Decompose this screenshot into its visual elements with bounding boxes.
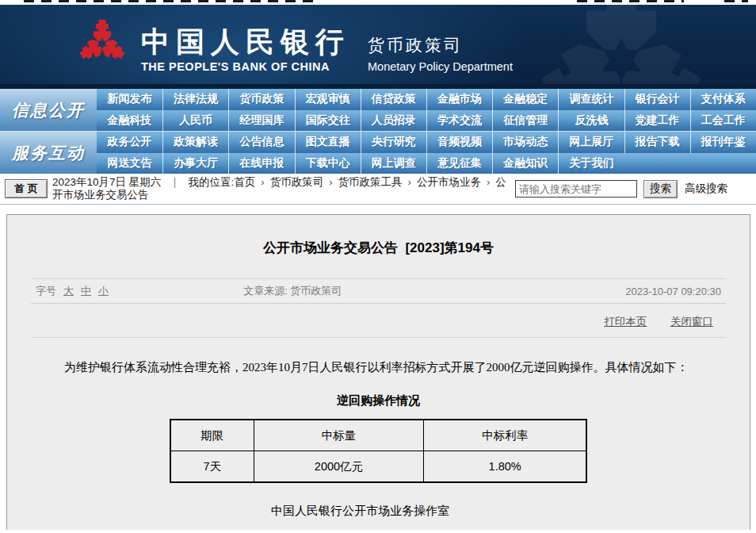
table-header-cell: 中标量	[254, 420, 424, 451]
nav-item[interactable]: 央行研究	[361, 132, 426, 153]
breadcrumb-divider: ｜	[170, 176, 180, 188]
breadcrumb-separator: ›	[261, 176, 264, 188]
nav-item[interactable]: 信贷政策	[361, 89, 426, 110]
home-button[interactable]: 首 页	[5, 179, 48, 198]
bank-name-en: THE PEOPLE'S BANK OF CHINA	[141, 60, 350, 73]
article-title: 公开市场业务交易公告 [2023]第194号	[7, 239, 750, 257]
nav-item[interactable]: 学术交流	[426, 110, 492, 132]
nav-item[interactable]: 金融知识	[492, 153, 558, 174]
nav-item[interactable]: 网上调查	[361, 153, 426, 174]
font-size-link[interactable]: 小	[98, 284, 109, 298]
nav-item[interactable]: 调查统计	[558, 89, 624, 110]
nav-item[interactable]: 人民币	[162, 110, 228, 132]
nav-item[interactable]: 下载中心	[295, 153, 361, 174]
nav-item[interactable]: 国际交往	[295, 110, 361, 132]
nav-row: 新闻发布法律法规货币政策宏观审慎信贷政策金融市场金融稳定调查统计银行会计支付体系	[97, 89, 756, 110]
search-button[interactable]: 搜索	[643, 180, 678, 198]
nav-item[interactable]: 宏观审慎	[295, 89, 361, 110]
font-size-link[interactable]: 大	[63, 284, 74, 298]
font-size-link[interactable]: 中	[81, 284, 91, 298]
breadcrumb-item[interactable]: 货币政策工具	[338, 176, 403, 188]
nav-item[interactable]: 市场动态	[492, 132, 558, 153]
nav-row: 金融科技人民币经理国库国际交往人员招录学术交流征信管理反洗钱党建工作工会工作	[97, 110, 756, 132]
nav-item[interactable]: 图文直播	[295, 132, 361, 153]
signature-org: 中国人民银行公开市场业务操作室	[7, 504, 713, 519]
nav-item[interactable]: 反洗钱	[558, 110, 624, 132]
nav-item[interactable]: 经理国库	[228, 110, 294, 132]
nav-cell-empty	[690, 153, 756, 174]
nav-item[interactable]: 网上展厅	[558, 132, 624, 153]
nav-item[interactable]: 金融稳定	[492, 89, 558, 110]
nav-item[interactable]: 银行会计	[624, 89, 690, 110]
close-window-link[interactable]: 关闭窗口	[670, 316, 713, 328]
nav-item[interactable]: 网送文告	[97, 153, 162, 174]
department-name-cn: 货币政策司	[368, 34, 513, 56]
operation-table: 期限中标量中标利率 7天2000亿元1.80%	[170, 419, 587, 483]
advanced-search-link[interactable]: 高级搜索	[685, 182, 727, 196]
breadcrumb-separator: ›	[408, 176, 411, 188]
article-container: 公开市场业务交易公告 [2023]第194号 字号 大中小 文章来源: 货币政策…	[6, 214, 750, 530]
clipped-text-artifact	[724, 0, 748, 2]
nav-section-label[interactable]: 信息公开	[0, 89, 97, 131]
nav-section-label[interactable]: 服务互动	[0, 132, 97, 174]
clipped-text-artifact	[24, 0, 317, 2]
nav-item[interactable]: 办事大厅	[162, 153, 228, 174]
current-date: 2023年10月7日 星期六	[52, 176, 161, 188]
nav-rows: 新闻发布法律法规货币政策宏观审慎信贷政策金融市场金融稳定调查统计银行会计支付体系…	[97, 89, 756, 131]
pboc-logo-icon	[76, 14, 128, 73]
breadcrumb: 2023年10月7日 星期六 ｜ 我的位置:首页›货币政策司›货币政策工具›公开…	[52, 176, 514, 201]
brand-block: 中国人民银行 THE PEOPLE'S BANK OF CHINA 货币政策司 …	[76, 14, 513, 73]
nav-item[interactable]: 报告下载	[624, 132, 690, 153]
divider-line	[31, 337, 726, 338]
clipped-text-artifact	[577, 0, 684, 2]
table-header-row: 期限中标量中标利率	[170, 420, 586, 451]
search-input[interactable]	[515, 180, 637, 197]
breadcrumb-bar: 首 页 2023年10月7日 星期六 ｜ 我的位置:首页›货币政策司›货币政策工…	[0, 174, 756, 205]
nav-item[interactable]: 支付体系	[690, 89, 756, 110]
nav-item[interactable]: 报刊年鉴	[690, 132, 756, 153]
table-cell: 7天	[170, 451, 254, 483]
nav-item[interactable]: 政务公开	[97, 132, 162, 153]
nav-row: 网送文告办事大厅在线申报下载中心网上调查意见征集金融知识关于我们	[97, 153, 756, 174]
nav-item[interactable]: 金融市场	[426, 89, 492, 110]
nav-item[interactable]: 在线申报	[228, 153, 294, 174]
signature-block: 中国人民银行公开市场业务操作室 二〇二三年十月七日	[7, 504, 750, 530]
nav-item[interactable]: 新闻发布	[97, 89, 162, 110]
article-body: 为维护银行体系流动性合理充裕，2023年10月7日人民银行以利率招标方式开展了2…	[40, 359, 716, 376]
nav-item[interactable]: 公告信息	[228, 132, 294, 153]
nav-item[interactable]: 人员招录	[361, 110, 426, 132]
nav-item[interactable]: 工会工作	[690, 110, 756, 132]
table-cell: 2000亿元	[254, 451, 424, 483]
print-page-link[interactable]: 打印本页	[604, 316, 647, 328]
location-prefix[interactable]: 我的位置:首页	[189, 176, 256, 188]
nav-item[interactable]: 政策解读	[162, 132, 228, 153]
pboc-emblem-watermark	[518, 5, 724, 89]
breadcrumb-item[interactable]: 公开市场业务	[417, 176, 481, 188]
bank-name-cn: 中国人民银行	[141, 26, 350, 58]
department-name-en: Monetary Policy Department	[368, 60, 513, 73]
table-header-cell: 中标利率	[424, 420, 586, 451]
breadcrumb-item[interactable]: 货币政策司	[270, 176, 324, 188]
page-tools: 打印本页 关闭窗口	[7, 315, 713, 329]
nav-item[interactable]: 货币政策	[228, 89, 294, 110]
breadcrumb-separator: ›	[487, 176, 490, 188]
nav-item[interactable]: 党建工作	[624, 110, 690, 132]
nav-item[interactable]: 音频视频	[426, 132, 492, 153]
table-header-cell: 期限	[170, 420, 254, 451]
nav-item[interactable]: 征信管理	[492, 110, 558, 132]
nav-item[interactable]: 关于我们	[558, 153, 624, 174]
nav-row: 政务公开政策解读公告信息图文直播央行研究音频视频市场动态网上展厅报告下载报刊年鉴	[97, 132, 756, 153]
table-title: 逆回购操作情况	[7, 393, 750, 408]
nav-item[interactable]: 法律法规	[162, 89, 228, 110]
nav-item[interactable]: 金融科技	[97, 110, 162, 132]
nav-cell-empty	[624, 153, 690, 174]
nav-item[interactable]: 意见征集	[426, 153, 492, 174]
nav-section: 信息公开新闻发布法律法规货币政策宏观审慎信贷政策金融市场金融稳定调查统计银行会计…	[0, 89, 756, 131]
article-source: 文章来源: 货币政策司	[243, 284, 514, 298]
nav-rows: 政务公开政策解读公告信息图文直播央行研究音频视频市场动态网上展厅报告下载报刊年鉴…	[97, 132, 756, 174]
site-header: 中国人民银行 THE PEOPLE'S BANK OF CHINA 货币政策司 …	[0, 5, 756, 89]
table-row: 7天2000亿元1.80%	[170, 451, 586, 483]
main-navigation: 信息公开新闻发布法律法规货币政策宏观审慎信贷政策金融市场金融稳定调查统计银行会计…	[0, 89, 756, 174]
article-datetime: 2023-10-07 09:20:30	[514, 286, 721, 297]
nav-section: 服务互动政务公开政策解读公告信息图文直播央行研究音频视频市场动态网上展厅报告下载…	[0, 131, 756, 174]
